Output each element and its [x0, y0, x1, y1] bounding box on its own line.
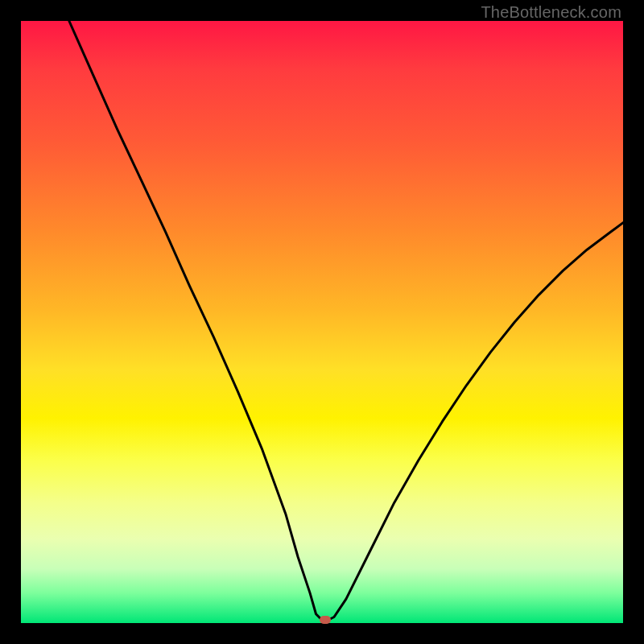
watermark-text: TheBottleneck.com: [481, 3, 621, 22]
bottleneck-curve: [21, 21, 623, 623]
minimum-marker: [320, 616, 331, 624]
plot-area: [21, 21, 623, 623]
chart-container: TheBottleneck.com: [0, 0, 644, 644]
